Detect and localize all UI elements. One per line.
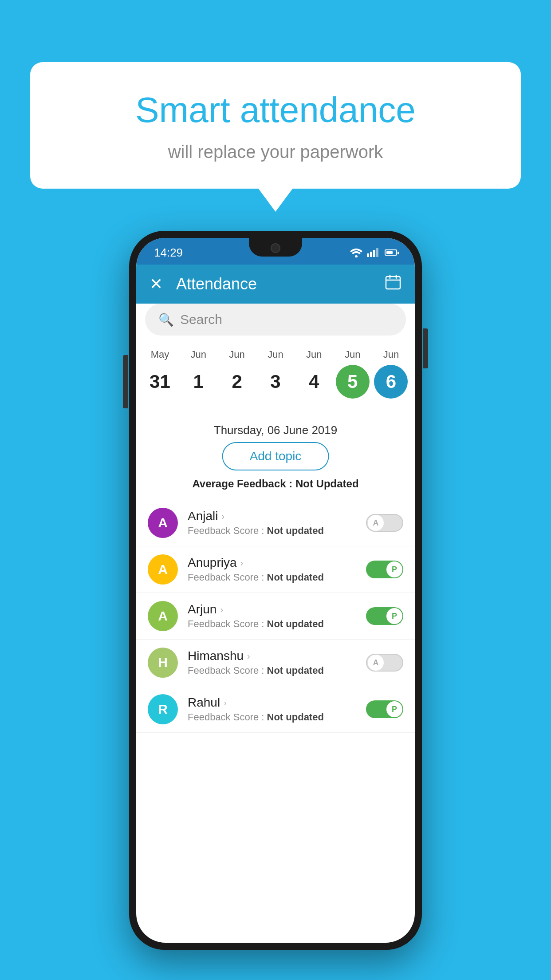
attendance-toggle[interactable]: P: [366, 700, 403, 718]
avg-feedback-label: Average Feedback :: [192, 478, 292, 490]
toggle-knob: P: [386, 701, 402, 717]
attendance-toggle[interactable]: P: [366, 607, 403, 625]
chevron-right-icon: ›: [221, 511, 224, 522]
toggle-knob: P: [386, 561, 402, 577]
search-bar[interactable]: 🔍 Search: [145, 304, 406, 336]
calendar-day-4[interactable]: Jun4: [297, 349, 331, 399]
add-topic-button[interactable]: Add topic: [222, 442, 329, 470]
battery-icon: [385, 249, 397, 256]
cal-day-num[interactable]: 31: [143, 365, 177, 399]
cal-month-label: May: [151, 349, 169, 360]
student-info: Anjali ›Feedback Score : Not updated: [188, 509, 356, 537]
student-info: Arjun ›Feedback Score : Not updated: [188, 602, 356, 630]
phone-outer: 14:29: [129, 231, 422, 950]
cal-day-num[interactable]: 1: [181, 365, 215, 399]
header-title: Attendance: [176, 275, 385, 293]
bubble-subtitle: will replace your paperwork: [66, 142, 485, 162]
chevron-right-icon: ›: [240, 558, 244, 568]
calendar-row: May31Jun1Jun2Jun3Jun4Jun5Jun6: [136, 344, 415, 399]
avatar: A: [148, 554, 178, 585]
student-feedback: Feedback Score : Not updated: [188, 572, 356, 583]
toggle-knob: A: [368, 655, 384, 671]
list-item[interactable]: AAnjali ›Feedback Score : Not updatedA: [136, 500, 415, 546]
svg-rect-1: [386, 277, 400, 289]
status-time: 14:29: [154, 243, 183, 260]
avatar: A: [148, 601, 178, 631]
cal-day-num[interactable]: 3: [259, 365, 292, 399]
calendar-day-3[interactable]: Jun3: [259, 349, 292, 399]
student-name: Himanshu ›: [188, 649, 356, 663]
student-name: Rahul ›: [188, 695, 356, 710]
cal-day-num[interactable]: 5: [336, 365, 370, 399]
speech-bubble: Smart attendance will replace your paper…: [30, 62, 521, 189]
calendar-day-5[interactable]: Jun5: [336, 349, 370, 399]
student-feedback: Feedback Score : Not updated: [188, 525, 356, 537]
avatar: H: [148, 648, 178, 678]
cal-month-label: Jun: [306, 349, 322, 360]
calendar-day-2[interactable]: Jun2: [220, 349, 254, 399]
wifi-icon: [350, 248, 362, 257]
student-info: Rahul ›Feedback Score : Not updated: [188, 695, 356, 723]
cal-month-label: Jun: [268, 349, 283, 360]
list-item[interactable]: HHimanshu ›Feedback Score : Not updatedA: [136, 640, 415, 686]
student-name: Anupriya ›: [188, 556, 356, 570]
toggle-knob: A: [368, 515, 384, 531]
app-header: ✕ Attendance: [136, 265, 415, 304]
selected-date-label: Thursday, 06 June 2019: [136, 423, 415, 437]
cal-day-num[interactable]: 6: [374, 365, 408, 399]
student-name: Arjun ›: [188, 602, 356, 616]
student-feedback: Feedback Score : Not updated: [188, 618, 356, 630]
bubble-title: Smart attendance: [66, 89, 485, 131]
avatar: A: [148, 508, 178, 538]
cal-day-num[interactable]: 4: [297, 365, 331, 399]
calendar-day-6[interactable]: Jun6: [374, 349, 408, 399]
cal-month-label: Jun: [191, 349, 206, 360]
status-icons: [350, 245, 397, 257]
chevron-right-icon: ›: [247, 651, 250, 661]
attendance-toggle[interactable]: A: [366, 654, 403, 672]
student-list: AAnjali ›Feedback Score : Not updatedAAA…: [136, 500, 415, 943]
avg-feedback-value: Not Updated: [295, 478, 359, 490]
attendance-toggle[interactable]: P: [366, 561, 403, 578]
list-item[interactable]: RRahul ›Feedback Score : Not updatedP: [136, 686, 415, 733]
list-item[interactable]: AAnupriya ›Feedback Score : Not updatedP: [136, 546, 415, 593]
chevron-right-icon: ›: [220, 605, 223, 615]
student-info: Himanshu ›Feedback Score : Not updated: [188, 649, 356, 676]
svg-point-0: [355, 255, 358, 257]
cal-month-label: Jun: [383, 349, 399, 360]
calendar-day-1[interactable]: Jun1: [181, 349, 215, 399]
search-placeholder: Search: [180, 312, 222, 327]
phone-wrapper: 14:29: [129, 231, 422, 950]
close-button[interactable]: ✕: [150, 275, 163, 293]
student-feedback: Feedback Score : Not updated: [188, 711, 356, 723]
signal-icon: [367, 248, 378, 257]
phone-screen: 14:29: [136, 238, 415, 943]
chevron-right-icon: ›: [224, 698, 227, 708]
camera: [271, 243, 280, 253]
avatar: R: [148, 694, 178, 724]
cal-month-label: Jun: [229, 349, 244, 360]
cal-month-label: Jun: [345, 349, 360, 360]
toggle-knob: P: [386, 608, 402, 624]
cal-day-num[interactable]: 2: [220, 365, 254, 399]
notch: [249, 238, 302, 257]
speech-bubble-container: Smart attendance will replace your paper…: [30, 62, 521, 189]
calendar-day-31[interactable]: May31: [143, 349, 177, 399]
student-info: Anupriya ›Feedback Score : Not updated: [188, 556, 356, 583]
search-icon: 🔍: [158, 312, 174, 327]
avg-feedback: Average Feedback : Not Updated: [136, 478, 415, 490]
calendar-icon[interactable]: [385, 274, 401, 294]
student-feedback: Feedback Score : Not updated: [188, 665, 356, 676]
student-name: Anjali ›: [188, 509, 356, 523]
list-item[interactable]: AArjun ›Feedback Score : Not updatedP: [136, 593, 415, 640]
attendance-toggle[interactable]: A: [366, 514, 403, 532]
